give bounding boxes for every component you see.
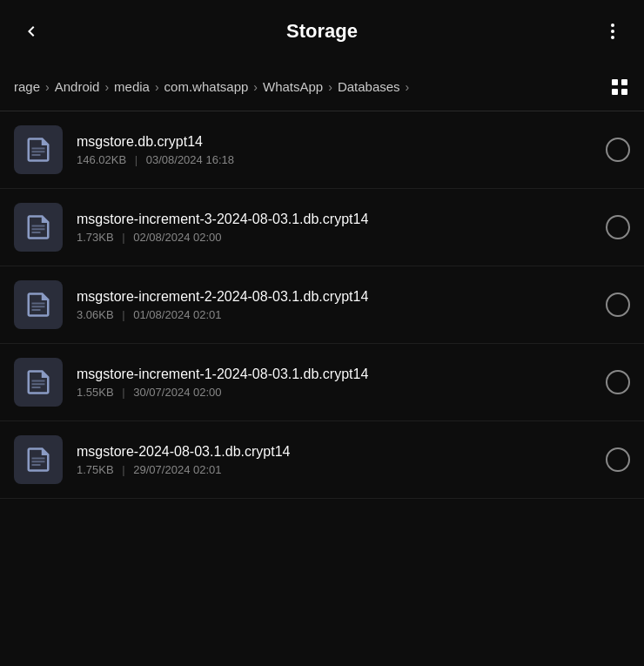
file-meta-0: 146.02KB | 03/08/2024 16:18	[77, 153, 595, 166]
file-info-2: msgstore-increment-2-2024-08-03.1.db.cry…	[77, 289, 595, 321]
select-circle-3[interactable]	[606, 370, 630, 394]
file-item-4[interactable]: msgstore-2024-08-03.1.db.crypt14 1.75KB …	[0, 421, 644, 499]
grid-view-button[interactable]	[602, 70, 637, 104]
breadcrumb-item-3[interactable]: com.whatsapp	[164, 79, 249, 94]
breadcrumb-separator-end: ›	[406, 80, 410, 94]
file-list: msgstore.db.crypt14 146.02KB | 03/08/202…	[0, 111, 644, 499]
file-info-0: msgstore.db.crypt14 146.02KB | 03/08/202…	[77, 134, 595, 166]
file-info-4: msgstore-2024-08-03.1.db.crypt14 1.75KB …	[77, 444, 595, 476]
file-meta-2: 3.06KB | 01/08/2024 02:01	[77, 308, 595, 321]
select-circle-4[interactable]	[606, 447, 630, 472]
file-date-3: 30/07/2024 02:00	[133, 386, 221, 399]
breadcrumb: rage›Android›media›com.whatsapp›WhatsApp…	[0, 63, 644, 111]
svg-point-2	[611, 36, 614, 39]
file-meta-sep-4: |	[122, 463, 124, 476]
more-options-button[interactable]	[595, 14, 630, 49]
file-size-4: 1.75KB	[77, 463, 114, 476]
file-meta-sep-1: |	[122, 231, 124, 244]
file-info-1: msgstore-increment-3-2024-08-03.1.db.cry…	[77, 212, 595, 244]
svg-rect-4	[621, 79, 627, 85]
file-size-1: 1.73KB	[77, 231, 114, 244]
app-bar: Storage	[0, 0, 644, 63]
file-meta-sep-2: |	[122, 308, 124, 321]
breadcrumb-item-5[interactable]: Databases	[338, 79, 400, 94]
select-circle-0[interactable]	[606, 138, 630, 162]
breadcrumb-item-4[interactable]: WhatsApp	[263, 79, 323, 94]
file-item-1[interactable]: msgstore-increment-3-2024-08-03.1.db.cry…	[0, 189, 644, 266]
svg-rect-3	[612, 79, 618, 85]
app-bar-center: Storage	[49, 20, 595, 43]
svg-rect-6	[621, 89, 627, 95]
breadcrumb-separator-1: ›	[104, 80, 109, 94]
file-date-0: 03/08/2024 16:18	[146, 153, 234, 166]
file-name-1: msgstore-increment-3-2024-08-03.1.db.cry…	[77, 212, 595, 227]
file-info-3: msgstore-increment-1-2024-08-03.1.db.cry…	[77, 367, 595, 399]
file-meta-1: 1.73KB | 02/08/2024 02:00	[77, 231, 595, 244]
file-icon-2	[14, 280, 63, 329]
file-item-0[interactable]: msgstore.db.crypt14 146.02KB | 03/08/202…	[0, 111, 644, 189]
file-date-1: 02/08/2024 02:00	[133, 231, 221, 244]
file-date-4: 29/07/2024 02:01	[133, 463, 221, 476]
breadcrumb-scroll: rage›Android›media›com.whatsapp›WhatsApp…	[14, 79, 599, 94]
file-size-2: 3.06KB	[77, 308, 114, 321]
file-icon-1	[14, 203, 63, 252]
breadcrumb-separator-0: ›	[45, 80, 50, 94]
file-meta-4: 1.75KB | 29/07/2024 02:01	[77, 463, 595, 476]
file-name-3: msgstore-increment-1-2024-08-03.1.db.cry…	[77, 367, 595, 382]
breadcrumb-item-0[interactable]: rage	[14, 79, 40, 94]
file-icon-4	[14, 435, 63, 484]
breadcrumb-separator-4: ›	[328, 80, 332, 94]
file-name-4: msgstore-2024-08-03.1.db.crypt14	[77, 444, 595, 460]
select-circle-1[interactable]	[606, 215, 630, 239]
breadcrumb-separator-2: ›	[155, 80, 159, 94]
select-circle-2[interactable]	[606, 293, 630, 317]
file-date-2: 01/08/2024 02:01	[133, 308, 221, 321]
svg-rect-5	[612, 89, 618, 95]
breadcrumb-item-2[interactable]: media	[114, 79, 150, 94]
file-name-0: msgstore.db.crypt14	[77, 134, 595, 150]
file-item-3[interactable]: msgstore-increment-1-2024-08-03.1.db.cry…	[0, 344, 644, 421]
file-meta-sep-3: |	[122, 386, 124, 399]
svg-point-1	[611, 30, 614, 33]
back-button[interactable]	[14, 14, 49, 49]
file-item-2[interactable]: msgstore-increment-2-2024-08-03.1.db.cry…	[0, 266, 644, 344]
file-icon-3	[14, 358, 63, 407]
file-size-0: 146.02KB	[77, 153, 126, 166]
file-meta-sep-0: |	[135, 153, 138, 166]
file-icon-0	[14, 125, 63, 174]
svg-point-0	[611, 24, 614, 27]
file-name-2: msgstore-increment-2-2024-08-03.1.db.cry…	[77, 289, 595, 305]
breadcrumb-item-1[interactable]: Android	[55, 79, 100, 94]
file-size-3: 1.55KB	[77, 386, 114, 399]
file-meta-3: 1.55KB | 30/07/2024 02:00	[77, 386, 595, 399]
page-title: Storage	[286, 20, 358, 42]
breadcrumb-separator-3: ›	[253, 80, 258, 94]
